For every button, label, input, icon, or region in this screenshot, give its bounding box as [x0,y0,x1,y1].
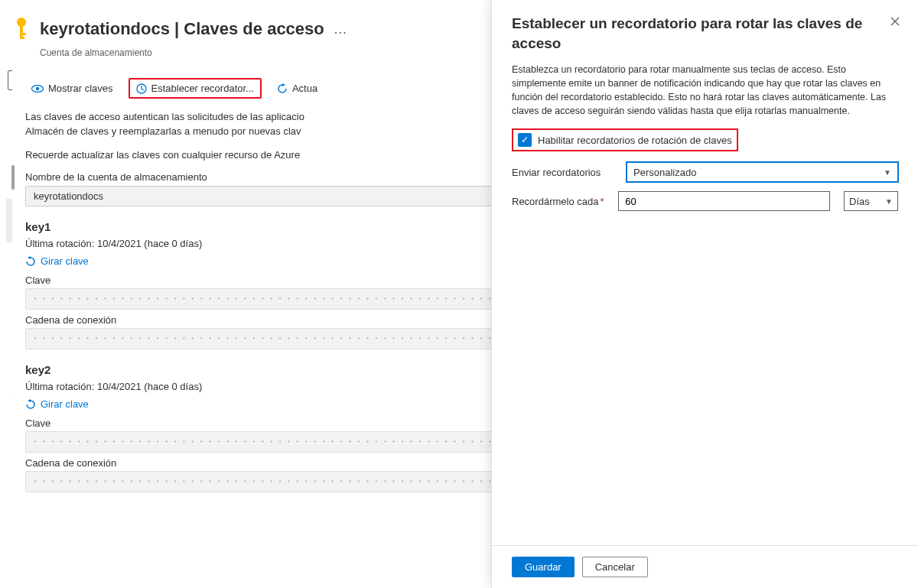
scrollbar-thumb[interactable] [11,165,15,190]
sidebar-item[interactable]: 🔒Cifrado [6,286,12,307]
clock-icon [136,83,147,94]
refresh-icon [277,83,288,94]
sidebar-item[interactable]: 🔗Replicación de objetos [6,447,12,479]
send-reminders-label: Enviar recordatorios [512,167,613,178]
page-title: keyrotationdocs | Claves de acceso [40,19,324,39]
chevron-down-icon: ▼ [885,197,893,206]
sidebar-item[interactable]: 🛡Seguridad [6,307,12,329]
show-keys-button[interactable]: Mostrar claves [25,80,119,97]
flyout-description: Establezca un recordatorio para rotar ma… [512,63,898,118]
close-icon [890,17,900,26]
remind-every-input[interactable] [618,191,830,211]
sidebar: 🔍 « Seguridad y redes🌐Redes☁Azure CDN🔑Cl… [0,67,12,588]
svg-rect-2 [20,33,26,35]
set-reminder-label: Establecer recordator... [151,83,254,94]
close-button[interactable] [886,12,904,31]
sidebar-item[interactable]: 🔑Claves de acceso [6,199,12,242]
remind-unit-select[interactable]: Días ▼ [844,191,898,211]
enable-reminder-row: ✓ Habilitar recordatorios de rotación de… [512,128,738,151]
enable-reminder-checkbox[interactable]: ✓ [518,133,532,147]
svg-rect-3 [20,37,24,39]
sidebar-item[interactable]: 🖥Sitio web estático [6,512,12,555]
send-reminders-select[interactable]: Personalizado ▼ [627,162,898,182]
key-icon [11,14,32,44]
rotate-key-label: Girar clave [41,255,89,267]
sidebar-section-header: Administración de datos [6,336,12,383]
eye-icon [31,85,44,93]
sidebar-section-header: Seguridad y redes [6,98,12,145]
enable-reminder-label: Habilitar recordatorios de rotación de c… [538,135,732,146]
sidebar-item[interactable]: ⳽Firma de acceso compartido [6,242,12,286]
chevron-down-icon: ▼ [884,168,891,177]
cancel-button[interactable]: Cancelar [582,557,648,577]
reminder-flyout: Establecer un recordatorio para rotar la… [491,0,918,588]
show-keys-label: Mostrar claves [48,83,113,94]
sidebar-item[interactable]: 🌍Replicación geográfica [6,383,12,415]
save-button[interactable]: Guardar [512,557,575,577]
rotate-icon [25,399,36,410]
refresh-label: Actua [292,83,317,94]
sidebar-item[interactable]: 🛡Protección de datos [6,415,12,447]
svg-point-5 [36,86,39,89]
flyout-title: Establecer un recordatorio para rotar la… [512,14,898,54]
remind-every-label: Recordármelo cada* [512,196,604,207]
refresh-button[interactable]: Actua [271,80,324,97]
rotate-icon [25,256,36,267]
set-reminder-button[interactable]: Establecer recordator... [129,78,262,99]
more-menu-button[interactable]: … [334,21,349,37]
remind-unit-value: Días [849,196,870,207]
sidebar-item[interactable]: 📋Inventario de blobs [6,479,12,512]
sidebar-item[interactable]: ♻Administración del ciclo de v... [6,555,12,587]
send-reminders-value: Personalizado [633,167,696,178]
sidebar-item[interactable]: 🌐Redes [6,145,12,167]
rotate-key-label: Girar clave [41,398,89,410]
